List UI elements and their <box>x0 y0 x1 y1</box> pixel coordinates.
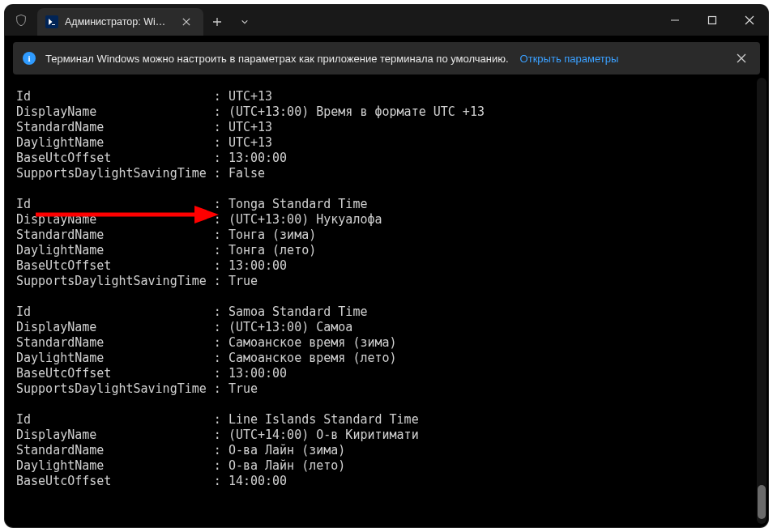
svg-rect-0 <box>709 17 716 24</box>
output-row: SupportsDaylightSavingTime: True <box>16 381 749 397</box>
output-row: DisplayName: (UTC+14:00) О-в Киритимати <box>16 428 749 443</box>
scrollbar-track[interactable] <box>757 78 767 524</box>
output-block: Id: Tonga Standard TimeDisplayName: (UTC… <box>16 197 749 289</box>
output-row: DisplayName: (UTC+13:00) Нукуалофа <box>16 212 749 228</box>
output-row: DaylightName: Самоанское время (лето) <box>16 351 749 366</box>
maximize-button[interactable] <box>694 5 731 36</box>
shield-icon <box>5 5 37 36</box>
output-row: DaylightName: Тонга (лето) <box>16 243 749 258</box>
output-row: BaseUtcOffset: 14:00:00 <box>16 474 749 489</box>
output-row: StandardName: UTC+13 <box>16 120 749 135</box>
close-window-button[interactable] <box>731 5 768 36</box>
output-row: StandardName: Тонга (зима) <box>16 228 749 243</box>
terminal-area[interactable]: Id: UTC+13DisplayName: (UTC+13:00) Время… <box>5 74 768 527</box>
output-row: Id: Samoa Standard Time <box>16 304 749 320</box>
info-icon: i <box>23 52 36 65</box>
open-settings-link[interactable]: Открыть параметры <box>520 53 619 65</box>
terminal-window: Администратор: Windows Po i Терминал Win… <box>5 5 768 527</box>
tab-title: Администратор: Windows Po <box>65 16 171 28</box>
info-bar: i Терминал Windows можно настроить в пар… <box>13 42 760 74</box>
output-row: DisplayName: (UTC+13:00) Самоа <box>16 320 749 335</box>
output-row: BaseUtcOffset: 13:00:00 <box>16 151 749 166</box>
dismiss-info-button[interactable] <box>729 46 754 70</box>
output-row: Id: UTC+13 <box>16 89 749 104</box>
output-row: Id: Tonga Standard Time <box>16 197 749 212</box>
minimize-button[interactable] <box>656 5 694 36</box>
output-row: Id: Line Islands Standard Time <box>16 412 749 428</box>
output-row: StandardName: Самоанское время (зима) <box>16 335 749 351</box>
info-message: Терминал Windows можно настроить в парам… <box>45 53 509 65</box>
output-row: DaylightName: О-ва Лайн (лето) <box>16 458 749 474</box>
new-tab-button[interactable] <box>203 8 231 36</box>
terminal-output: Id: UTC+13DisplayName: (UTC+13:00) Время… <box>5 74 755 527</box>
tab-dropdown-button[interactable] <box>231 8 258 36</box>
output-row: StandardName: О-ва Лайн (зима) <box>16 443 749 458</box>
tab-close-button[interactable] <box>177 13 195 31</box>
output-row: SupportsDaylightSavingTime: False <box>16 166 749 181</box>
powershell-icon <box>45 15 58 28</box>
output-row: BaseUtcOffset: 13:00:00 <box>16 366 749 381</box>
output-row: SupportsDaylightSavingTime: True <box>16 274 749 289</box>
output-row: DisplayName: (UTC+13:00) Время в формате… <box>16 104 749 120</box>
output-block: Id: Samoa Standard TimeDisplayName: (UTC… <box>16 304 749 397</box>
titlebar: Администратор: Windows Po <box>5 5 768 36</box>
tab-active[interactable]: Администратор: Windows Po <box>37 8 203 36</box>
scrollbar-thumb[interactable] <box>758 485 766 519</box>
output-row: BaseUtcOffset: 13:00:00 <box>16 258 749 274</box>
output-block: Id: UTC+13DisplayName: (UTC+13:00) Время… <box>16 89 749 181</box>
output-row: DaylightName: UTC+13 <box>16 135 749 151</box>
output-block: Id: Line Islands Standard TimeDisplayNam… <box>16 412 749 489</box>
